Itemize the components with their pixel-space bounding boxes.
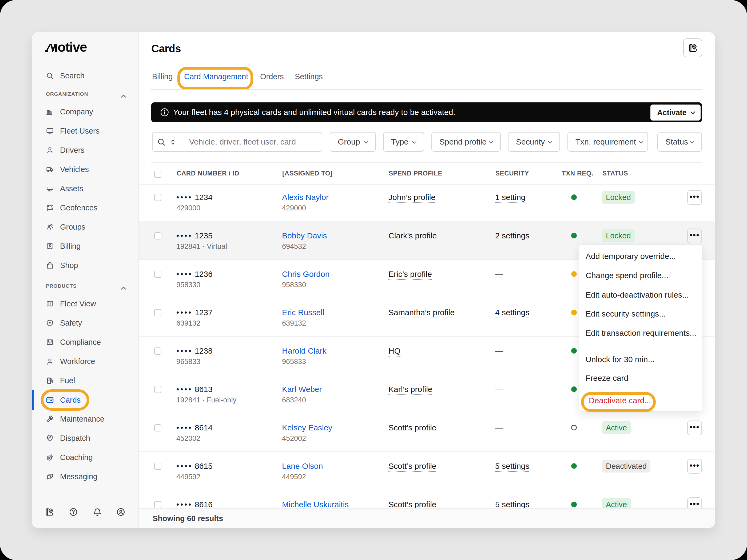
svg-text:otive: otive: [58, 41, 87, 52]
